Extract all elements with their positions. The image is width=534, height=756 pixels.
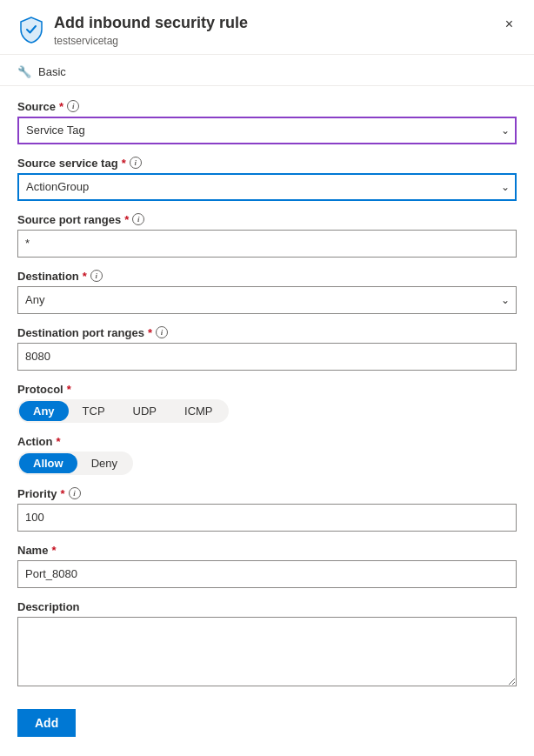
action-allow-button[interactable]: Allow xyxy=(19,453,77,473)
protocol-group: Protocol * Any TCP UDP ICMP xyxy=(17,383,517,423)
description-group: Description xyxy=(17,600,517,686)
destination-select[interactable]: Any IP Addresses Service Tag Application… xyxy=(17,286,517,314)
panel-subtitle: testservicetag xyxy=(54,35,248,47)
destination-group: Destination * i Any IP Addresses Service… xyxy=(17,270,517,314)
priority-group: Priority * i 100 xyxy=(17,487,517,532)
header-text: Add inbound security rule testservicetag xyxy=(54,14,248,47)
panel-title: Add inbound security rule xyxy=(54,14,248,33)
action-deny-button[interactable]: Deny xyxy=(77,453,131,473)
name-label: Name * xyxy=(17,544,517,557)
source-service-tag-info-icon[interactable]: i xyxy=(130,157,142,169)
shield-icon xyxy=(17,16,45,43)
source-service-tag-required: * xyxy=(122,157,126,170)
panel: Add inbound security rule testservicetag… xyxy=(0,0,534,756)
action-toggle-group: Allow Deny xyxy=(17,452,133,475)
section-header: 🔧 Basic xyxy=(0,55,534,86)
source-info-icon[interactable]: i xyxy=(67,100,79,112)
protocol-tcp-button[interactable]: TCP xyxy=(69,401,119,421)
priority-required: * xyxy=(61,487,65,500)
protocol-any-button[interactable]: Any xyxy=(19,401,69,421)
priority-input[interactable]: 100 xyxy=(17,504,517,532)
source-service-tag-select-wrapper: ActionGroup ApiManagement AppService Azu… xyxy=(17,173,517,201)
protocol-icmp-button[interactable]: ICMP xyxy=(170,401,227,421)
destination-required: * xyxy=(83,270,87,283)
destination-select-wrapper: Any IP Addresses Service Tag Application… xyxy=(17,286,517,314)
name-required: * xyxy=(51,544,56,557)
protocol-toggle-group: Any TCP UDP ICMP xyxy=(17,399,229,423)
source-port-ranges-input[interactable]: * xyxy=(17,230,517,258)
destination-label: Destination * i xyxy=(17,270,517,283)
source-service-tag-group: Source service tag * i ActionGroup ApiMa… xyxy=(17,157,517,201)
destination-info-icon[interactable]: i xyxy=(90,270,103,282)
source-service-tag-select[interactable]: ActionGroup ApiManagement AppService Azu… xyxy=(17,173,517,201)
source-port-ranges-label: Source port ranges * i xyxy=(17,213,517,226)
source-select-wrapper: Service Tag Any IP Addresses My IP addre… xyxy=(17,117,517,144)
form-body: Source * i Service Tag Any IP Addresses … xyxy=(0,86,534,700)
name-input[interactable]: Port_8080 xyxy=(17,560,517,588)
source-port-info-icon[interactable]: i xyxy=(132,213,144,225)
source-select[interactable]: Service Tag Any IP Addresses My IP addre… xyxy=(17,117,517,144)
description-textarea[interactable] xyxy=(17,617,517,686)
source-port-required: * xyxy=(124,213,129,226)
protocol-udp-button[interactable]: UDP xyxy=(119,401,170,421)
action-label: Action * xyxy=(17,435,517,448)
action-group: Action * Allow Deny xyxy=(17,435,517,475)
destination-port-ranges-group: Destination port ranges * i 8080 xyxy=(17,326,517,371)
action-required: * xyxy=(56,435,60,448)
destination-port-required: * xyxy=(148,326,152,339)
section-label: Basic xyxy=(38,65,66,78)
destination-port-ranges-input[interactable]: 8080 xyxy=(17,343,517,371)
name-group: Name * Port_8080 xyxy=(17,544,517,588)
destination-port-info-icon[interactable]: i xyxy=(156,326,168,338)
panel-header: Add inbound security rule testservicetag… xyxy=(0,0,534,55)
close-button[interactable]: × xyxy=(502,14,517,35)
protocol-label: Protocol * xyxy=(17,383,517,396)
source-service-tag-label: Source service tag * i xyxy=(17,157,517,170)
destination-port-ranges-label: Destination port ranges * i xyxy=(17,326,517,339)
header-left: Add inbound security rule testservicetag xyxy=(17,14,248,47)
source-group: Source * i Service Tag Any IP Addresses … xyxy=(17,100,517,144)
wrench-icon: 🔧 xyxy=(17,65,31,78)
add-button[interactable]: Add xyxy=(17,709,76,737)
description-label: Description xyxy=(17,600,517,613)
source-label: Source * i xyxy=(17,100,517,113)
source-port-ranges-group: Source port ranges * i * xyxy=(17,213,517,258)
source-required: * xyxy=(59,100,63,113)
protocol-required: * xyxy=(67,383,71,396)
priority-label: Priority * i xyxy=(17,487,517,500)
priority-info-icon[interactable]: i xyxy=(69,487,81,499)
